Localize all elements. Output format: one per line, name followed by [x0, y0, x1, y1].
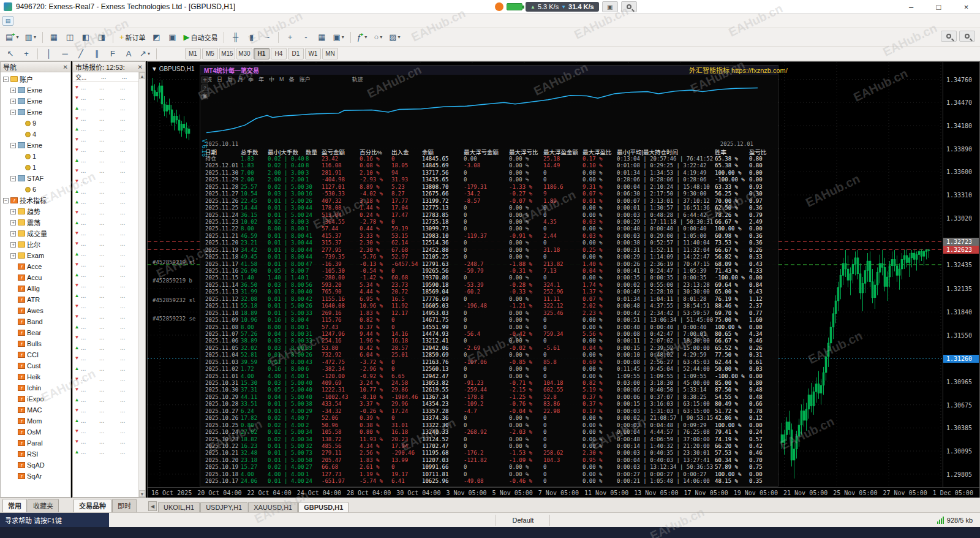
market-symbol-row[interactable]: ▲.........: [73, 415, 145, 426]
tree-item-awes[interactable]: fAwes: [1, 305, 70, 316]
search-button2[interactable]: [959, 31, 975, 42]
stats-tab-M[interactable]: M: [279, 76, 284, 82]
text-tool[interactable]: A: [121, 47, 136, 61]
tree-item-1[interactable]: 1: [1, 151, 70, 162]
tree-item-exne[interactable]: +Exne: [1, 85, 70, 96]
market-symbol-row[interactable]: ▼.........: [73, 134, 145, 145]
tree-item-exam[interactable]: +Exam: [1, 250, 70, 261]
tree-item-cci[interactable]: fCCI: [1, 349, 70, 360]
channel-tool[interactable]: ∥: [89, 47, 104, 61]
tree-item-staf[interactable]: −STAF: [1, 173, 70, 184]
market-symbol-row[interactable]: ▲.........: [73, 124, 145, 134]
tree-item-accu[interactable]: fAccu: [1, 272, 70, 283]
tree-item-sqar[interactable]: fSqAr: [1, 471, 70, 482]
tree-item-成交量[interactable]: +成交量: [1, 228, 70, 239]
zoom-out-button[interactable]: -: [298, 31, 313, 44]
candlestick-chart-button[interactable]: ▮: [244, 31, 258, 44]
stats-tab-账户[interactable]: 账户: [300, 75, 311, 83]
market-symbol-row[interactable]: ▼.........: [73, 436, 145, 447]
tree-item-band[interactable]: fBand: [1, 316, 70, 327]
indicators-button[interactable]: ƒ+▾: [355, 31, 370, 44]
tree-item-acce[interactable]: fAcce: [1, 261, 70, 272]
market-symbol-row[interactable]: ▼.........: [73, 145, 145, 155]
new-chart-button[interactable]: ▤+▾: [3, 31, 21, 44]
market-watch-button[interactable]: ▦: [47, 31, 61, 44]
market-symbol-row[interactable]: ▼.........: [73, 238, 145, 249]
new-order-button[interactable]: +新订单: [117, 31, 148, 44]
data-window-button[interactable]: ◫: [62, 31, 77, 44]
market-symbol-row[interactable]: ▼.........: [73, 384, 145, 395]
market-symbol-row[interactable]: ▼.........: [73, 311, 145, 322]
tree-toggle-icon[interactable]: +: [10, 231, 16, 237]
market-symbol-row[interactable]: ▲.........: [73, 270, 145, 280]
time-axis[interactable]: 16 Oct 202520 Oct 04:0022 Oct 04:0024 Oc…: [148, 487, 979, 498]
stats-tab-track[interactable]: 轨迹: [352, 75, 363, 83]
market-symbol-row[interactable]: ▲.........: [73, 186, 145, 197]
stats-tab-周[interactable]: 周: [227, 75, 233, 83]
market-symbol-row[interactable]: ▼.........: [73, 165, 145, 176]
tree-item-6[interactable]: 6: [1, 184, 70, 195]
arrange-button[interactable]: ▣▾: [330, 31, 346, 44]
market-symbol-row[interactable]: ▲.........: [73, 447, 145, 457]
tree-toggle-icon[interactable]: −: [3, 77, 9, 82]
timeframe-m5[interactable]: M5: [202, 48, 218, 59]
market-symbol-row[interactable]: ▲.........: [73, 343, 145, 353]
maximize-button[interactable]: □: [925, 0, 952, 13]
market-symbol-row[interactable]: ▼.........: [73, 353, 145, 363]
profile-indicator[interactable]: Default: [496, 515, 550, 526]
tree-item-exne[interactable]: −Exne: [1, 107, 70, 118]
stats-tab-季[interactable]: 季: [248, 75, 254, 83]
stats-side-button-0[interactable]: ✛: [202, 77, 208, 83]
market-symbol-row[interactable]: ▼.........: [73, 176, 145, 186]
navigator-button[interactable]: ◧: [78, 31, 93, 44]
scroll-up-icon[interactable]: ▲: [139, 72, 145, 79]
templates-button[interactable]: ▨▾: [386, 31, 402, 44]
tree-toggle-icon[interactable]: +: [10, 220, 16, 225]
market-watch-scrollbar[interactable]: ▲ ▼: [138, 72, 145, 497]
timeframe-w1[interactable]: W1: [305, 48, 321, 59]
tree-item-cust[interactable]: fCust: [1, 360, 70, 371]
screenshot-button[interactable]: ▣: [602, 1, 618, 12]
tree-item-账户[interactable]: −账户: [1, 74, 70, 85]
tree-item-趋势[interactable]: +趋势: [1, 206, 70, 217]
tree-item-atr[interactable]: fATR: [1, 294, 70, 305]
market-symbol-row[interactable]: ▼.........: [73, 426, 145, 436]
tree-item-sqad[interactable]: fSqAD: [1, 460, 70, 471]
stats-tab-中[interactable]: 中: [269, 75, 274, 83]
close-button[interactable]: ×: [952, 0, 980, 13]
strategy-tester-button[interactable]: ◩: [149, 31, 164, 44]
market-symbol-row[interactable]: ▲.........: [73, 290, 145, 301]
tree-item-1[interactable]: 1: [1, 162, 70, 173]
tree-item-paral[interactable]: fParal: [1, 438, 70, 449]
tree-item-allig[interactable]: fAllig: [1, 283, 70, 294]
vertical-line-tool[interactable]: │: [42, 47, 56, 61]
tree-toggle-icon[interactable]: −: [10, 143, 16, 148]
stats-tab-年[interactable]: 年: [258, 75, 264, 83]
tree-item-rsi[interactable]: fRSI: [1, 449, 70, 460]
stats-tab-月[interactable]: 月: [238, 75, 243, 83]
tree-item-比尔[interactable]: +比尔: [1, 239, 70, 250]
chart-tab-UKOIL,H1[interactable]: UKOIL,H1: [158, 502, 200, 513]
tree-toggle-icon[interactable]: +: [10, 253, 16, 259]
tree-toggle-icon[interactable]: −: [3, 198, 9, 203]
tree-item-ichin[interactable]: fIchin: [1, 382, 70, 393]
tree-item-mac[interactable]: fMAC: [1, 404, 70, 415]
tree-item-heik[interactable]: fHeik: [1, 371, 70, 382]
arrows-tool[interactable]: ↗▾: [137, 47, 153, 61]
timeframe-mn[interactable]: MN: [322, 48, 338, 59]
market-symbol-row[interactable]: ▲.........: [73, 197, 145, 207]
market-symbol-row[interactable]: ▼.........: [73, 259, 145, 270]
tab-收藏夹[interactable]: 收藏夹: [28, 499, 59, 512]
autotrading-button[interactable]: ▶自动交易: [181, 31, 220, 44]
market-watch-close-icon[interactable]: ✕: [138, 64, 143, 70]
profiles-button[interactable]: ▥▾: [23, 31, 39, 44]
market-symbol-row[interactable]: ▼.........: [73, 405, 145, 415]
chart-symbol-label[interactable]: ▼ GBPUSD,H1: [151, 66, 194, 72]
stats-tab-日[interactable]: 日: [217, 75, 222, 83]
market-symbol-row[interactable]: ▲.........: [73, 155, 145, 165]
timeframe-m30[interactable]: M30: [236, 48, 252, 59]
zoom-in-button[interactable]: +: [282, 31, 297, 44]
market-symbol-row[interactable]: ▼.........: [73, 93, 145, 103]
market-symbol-row[interactable]: ▲.........: [73, 395, 145, 405]
horizontal-line-tool[interactable]: ─: [58, 47, 72, 61]
